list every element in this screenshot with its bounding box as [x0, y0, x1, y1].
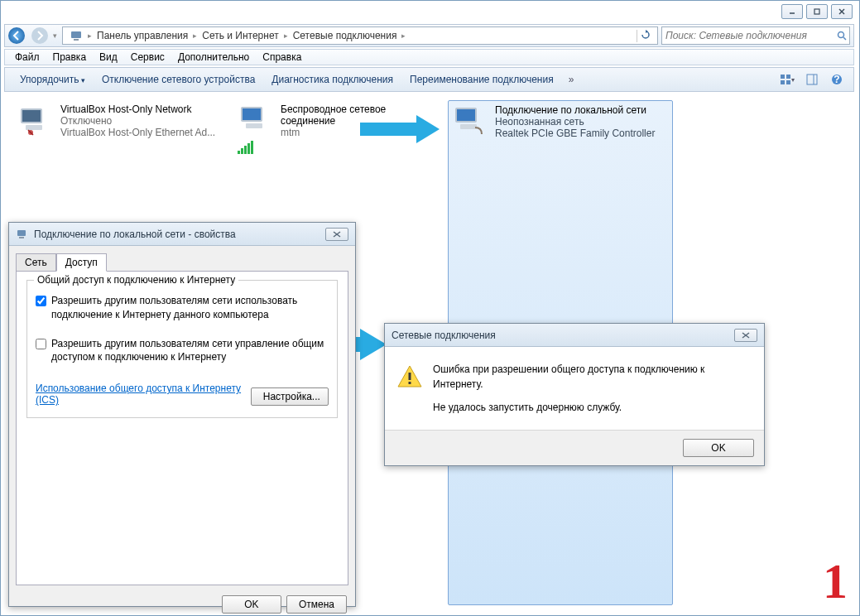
allow-control-label: Разрешить другим пользователям сети упра…: [51, 337, 329, 365]
allow-share-checkbox[interactable]: [36, 296, 46, 306]
close-button[interactable]: [325, 228, 348, 241]
search-box[interactable]: [661, 26, 850, 45]
svg-rect-39: [409, 382, 411, 384]
svg-rect-1: [814, 9, 819, 14]
svg-rect-12: [781, 80, 785, 84]
properties-dialog: Подключение по локальной сети - свойства…: [8, 222, 356, 607]
chevron-right-icon: ▸: [400, 31, 407, 40]
dialog-title: Подключение по локальной сети - свойства: [34, 229, 325, 240]
svg-rect-38: [409, 373, 411, 380]
svg-rect-14: [807, 75, 817, 84]
window-controls: [781, 4, 853, 19]
close-button[interactable]: [734, 329, 757, 342]
search-input[interactable]: [662, 30, 834, 41]
svg-point-5: [31, 27, 48, 44]
allow-control-checkbox[interactable]: [36, 339, 46, 349]
disable-device-button[interactable]: Отключение сетевого устройства: [94, 70, 263, 89]
svg-point-4: [8, 27, 25, 44]
breadcrumb-item[interactable]: Сеть и Интернет: [199, 30, 281, 41]
connection-device: Realtek PCIe GBE Family Controller: [495, 128, 655, 139]
forward-button[interactable]: [28, 25, 51, 46]
dialog-titlebar[interactable]: Подключение по локальной сети - свойства: [9, 223, 355, 246]
allow-share-label: Разрешить другим пользователям сети испо…: [51, 294, 329, 322]
svg-rect-20: [26, 125, 42, 130]
menu-view[interactable]: Вид: [94, 50, 123, 65]
minimize-button[interactable]: [781, 4, 803, 19]
diagnose-button[interactable]: Диагностика подключения: [263, 70, 401, 89]
connection-status: Неопознанная сеть: [495, 116, 655, 128]
svg-rect-27: [457, 109, 475, 121]
ics-help-link[interactable]: Использование общего доступа к Интернету…: [36, 383, 251, 406]
svg-rect-13: [786, 80, 790, 84]
svg-text:?: ?: [834, 74, 839, 85]
svg-rect-11: [786, 75, 790, 79]
command-toolbar: Упорядочить Отключение сетевого устройст…: [4, 67, 854, 92]
annotation-number: 1: [823, 553, 848, 610]
connection-name: Подключение по локальной сети: [495, 104, 655, 116]
dialog-title: Сетевые подключения: [392, 330, 734, 341]
ics-group: Общий доступ к подключению к Интернету Р…: [26, 280, 338, 418]
help-button[interactable]: ?: [827, 70, 847, 89]
menu-advanced[interactable]: Дополнительно: [173, 50, 254, 65]
network-adapter-icon: [452, 104, 487, 137]
error-text-1: Ошибка при разрешении общего доступа к п…: [433, 362, 752, 392]
svg-rect-24: [243, 108, 261, 120]
navigation-bar: ▾ ▸ Панель управления ▸ Сеть и Интернет …: [4, 24, 854, 47]
connection-device: VirtualBox Host-Only Ethernet Ad...: [60, 127, 215, 138]
chevron-right-icon: ▸: [282, 31, 290, 40]
breadcrumb-item[interactable]: Панель управления: [94, 30, 191, 41]
settings-button[interactable]: Настройка...: [251, 387, 329, 406]
network-adapter-icon: [17, 103, 52, 137]
svg-rect-31: [17, 230, 26, 236]
svg-rect-6: [71, 31, 81, 38]
ok-button[interactable]: OK: [222, 595, 281, 614]
close-button[interactable]: [831, 4, 853, 19]
connection-name: VirtualBox Host-Only Network: [60, 103, 215, 115]
view-options-button[interactable]: ▾: [777, 70, 797, 89]
tab-network[interactable]: Сеть: [16, 253, 56, 272]
group-title: Общий доступ к подключению к Интернету: [34, 274, 238, 286]
svg-rect-10: [781, 75, 785, 79]
chevron-right-icon: ▸: [191, 31, 199, 40]
tab-access[interactable]: Доступ: [56, 253, 107, 272]
breadcrumb[interactable]: ▸ Панель управления ▸ Сеть и Интернет ▸ …: [62, 26, 658, 45]
network-adapter-icon: [238, 103, 272, 137]
svg-point-8: [838, 32, 844, 38]
svg-rect-19: [22, 110, 41, 122]
menu-help[interactable]: Справка: [257, 50, 306, 65]
breadcrumb-item[interactable]: Сетевые подключения: [290, 30, 401, 41]
organize-button[interactable]: Упорядочить: [12, 70, 94, 89]
network-icon: [16, 228, 29, 241]
cancel-button[interactable]: Отмена: [286, 595, 347, 614]
preview-pane-button[interactable]: [802, 70, 822, 89]
menu-edit[interactable]: Правка: [48, 50, 92, 65]
connection-status: Отключено: [60, 115, 215, 127]
svg-rect-28: [460, 124, 477, 129]
refresh-button[interactable]: [637, 30, 654, 42]
dialog-titlebar[interactable]: Сетевые подключения: [385, 324, 764, 347]
signal-strength-icon: [238, 142, 272, 154]
chevron-right-icon: ▸: [86, 31, 94, 40]
svg-rect-7: [74, 39, 79, 41]
maximize-button[interactable]: [806, 4, 828, 19]
history-dropdown[interactable]: ▾: [51, 31, 59, 40]
menu-tools[interactable]: Сервис: [126, 50, 170, 65]
menu-file[interactable]: Файл: [10, 50, 45, 65]
annotation-arrow: [360, 115, 440, 143]
overflow-button[interactable]: »: [562, 74, 581, 85]
error-dialog: Сетевые подключения Ошибка при разрешени…: [384, 323, 765, 466]
warning-icon: [396, 363, 423, 390]
svg-marker-29: [360, 115, 440, 143]
menu-bar: Файл Правка Вид Сервис Дополнительно Спр…: [4, 49, 854, 65]
rename-button[interactable]: Переименование подключения: [401, 70, 562, 89]
error-text-2: Не удалось запустить дочернюю службу.: [433, 400, 752, 415]
network-icon: [66, 25, 86, 46]
ok-button[interactable]: OK: [683, 439, 754, 457]
svg-rect-25: [246, 123, 262, 128]
search-icon: [834, 31, 849, 41]
tab-content: Общий доступ к подключению к Интернету Р…: [16, 271, 348, 585]
back-button[interactable]: [5, 25, 28, 46]
svg-rect-32: [19, 237, 24, 238]
svg-line-9: [843, 37, 846, 40]
